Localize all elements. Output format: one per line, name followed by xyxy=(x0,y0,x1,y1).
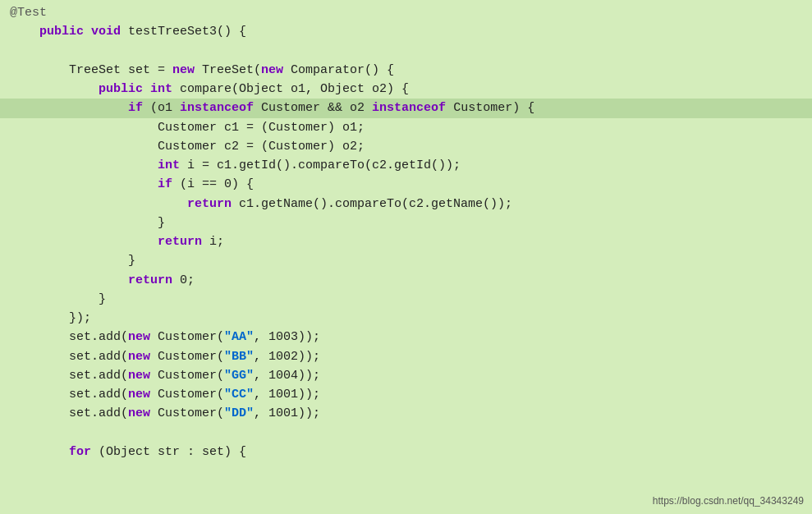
code-line xyxy=(0,42,812,61)
code-block: @Test public void testTreeSet3() { TreeS… xyxy=(0,3,812,461)
code-line: return c1.getName().compareTo(c2.getName… xyxy=(0,195,812,213)
code-line: set.add(new Customer("CC", 1001)); xyxy=(0,385,812,404)
code-line: } xyxy=(0,290,812,309)
code-line: for (Object str : set) { xyxy=(0,443,812,461)
code-line: Customer c2 = (Customer) o2; xyxy=(0,137,812,156)
code-line: if (i == 0) { xyxy=(0,175,812,194)
code-line: }); xyxy=(0,309,812,328)
code-line: set.add(new Customer("DD", 1001)); xyxy=(0,404,812,423)
code-line: set.add(new Customer("AA", 1003)); xyxy=(0,328,812,346)
code-line: TreeSet set = new TreeSet(new Comparator… xyxy=(0,61,812,80)
code-line: public int compare(Object o1, Object o2)… xyxy=(0,80,812,99)
code-line: return i; xyxy=(0,232,812,251)
code-line: public void testTreeSet3() { xyxy=(0,22,812,41)
watermark: https://blog.csdn.net/qq_34343249 xyxy=(653,493,804,509)
code-line: int i = c1.getId().compareTo(c2.getId())… xyxy=(0,156,812,175)
code-line: if (o1 instanceof Customer && o2 instanc… xyxy=(0,99,812,117)
code-line: set.add(new Customer("GG", 1004)); xyxy=(0,366,812,385)
code-line: @Test xyxy=(0,3,812,22)
code-line xyxy=(0,424,812,443)
code-line: Customer c1 = (Customer) o1; xyxy=(0,118,812,137)
code-line: set.add(new Customer("BB", 1002)); xyxy=(0,347,812,366)
code-container: @Test public void testTreeSet3() { TreeS… xyxy=(0,0,812,514)
code-line: } xyxy=(0,213,812,232)
code-line: return 0; xyxy=(0,271,812,290)
code-line: } xyxy=(0,251,812,270)
